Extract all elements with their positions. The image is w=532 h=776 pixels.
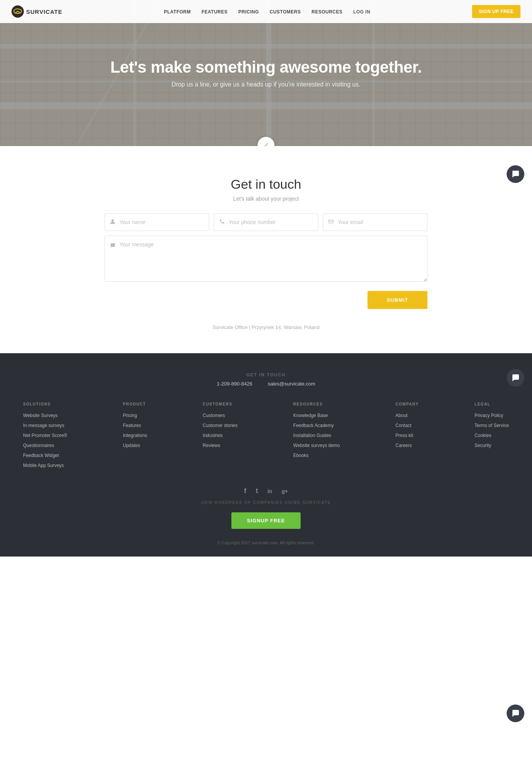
contact-form: SUBMIT	[105, 213, 427, 309]
footer-social: f t in g+	[23, 487, 509, 495]
message-input[interactable]	[105, 236, 427, 282]
list-item[interactable]: Updates	[123, 442, 147, 449]
list-item[interactable]: Industries	[203, 432, 238, 439]
footer-col-customers-links: Customers Customer stories Industries Re…	[203, 412, 238, 449]
footer-get-in-touch-label: GET IN TOUCH	[23, 372, 509, 377]
name-field-group	[105, 213, 209, 231]
list-item[interactable]: Mobile App Surveys	[23, 462, 67, 469]
nav-features[interactable]: FEATURES	[201, 8, 228, 15]
chevron-down-icon: ✓	[263, 141, 269, 146]
footer-email: sales@survicate.com	[268, 381, 315, 387]
list-item[interactable]: Ebooks	[293, 452, 340, 459]
contact-heading: Get in touch	[105, 177, 427, 192]
footer-col-legal: LEGAL Privacy Policy Terms of Service Co…	[475, 402, 509, 472]
nav-links: PLATFORM FEATURES PRICING CUSTOMERS RESO…	[164, 8, 370, 15]
footer-col-legal-heading: LEGAL	[475, 402, 509, 406]
list-item[interactable]: Reviews	[203, 442, 238, 449]
list-item[interactable]: Careers	[396, 442, 419, 449]
list-item[interactable]: Security	[475, 442, 509, 449]
list-item[interactable]: Integrations	[123, 432, 147, 439]
message-field-group	[105, 236, 427, 283]
list-item[interactable]: Feedback Academy	[293, 422, 340, 429]
list-item[interactable]: Press kit	[396, 432, 419, 439]
hero-subtitle: Drop us a line, or give us a heads up if…	[171, 81, 360, 88]
logo[interactable]: SURVICATE	[12, 5, 62, 18]
footer-col-legal-links: Privacy Policy Terms of Service Cookies …	[475, 412, 509, 449]
footer-col-customers-heading: CUSTOMERS	[203, 402, 238, 406]
office-address: Survicate Office | Przyrynek 14, Warsaw,…	[105, 324, 427, 330]
list-item[interactable]: About	[396, 412, 419, 419]
phone-icon	[219, 219, 224, 226]
chat-button-middle[interactable]	[507, 369, 524, 387]
footer-columns: SOLUTIONS Website Surveys In-message sur…	[23, 402, 509, 472]
googleplus-link[interactable]: g+	[282, 488, 288, 494]
submit-button[interactable]: SUBMIT	[367, 291, 427, 309]
footer-col-product-heading: PRODUCT	[123, 402, 147, 406]
footer-col-customers: CUSTOMERS Customers Customer stories Ind…	[203, 402, 238, 472]
facebook-link[interactable]: f	[244, 487, 246, 495]
footer-col-product-links: Pricing Features Integrations Updates	[123, 412, 147, 449]
email-field-group	[323, 213, 427, 231]
logo-label: SURVICATE	[26, 8, 62, 15]
submit-row: SUBMIT	[105, 291, 427, 309]
list-item[interactable]: Website Surveys	[23, 412, 67, 419]
nav-resources[interactable]: RESOURCES	[311, 8, 342, 15]
footer-col-resources-links: Knowledge Base Feedback Academy Installa…	[293, 412, 340, 459]
footer-col-solutions-heading: SOLUTIONS	[23, 402, 67, 406]
list-item[interactable]: Cookies	[475, 432, 509, 439]
phone-field-group	[214, 213, 318, 231]
person-icon	[110, 219, 115, 226]
chat-button-top[interactable]	[507, 165, 524, 183]
footer-copyright: © Copyright 2017 survicate.com. All righ…	[23, 540, 509, 545]
linkedin-link[interactable]: in	[268, 488, 272, 494]
list-item[interactable]: Features	[123, 422, 147, 429]
footer-signup-button[interactable]: SIGNUP FREE	[231, 512, 301, 529]
nav-customers[interactable]: CUSTOMERS	[270, 8, 301, 15]
email-input[interactable]	[323, 213, 427, 231]
footer-col-resources-heading: RESOURCES	[293, 402, 340, 406]
footer-top: GET IN TOUCH 1-209-890-8426 sales@survic…	[23, 372, 509, 387]
footer-col-product: PRODUCT Pricing Features Integrations Up…	[123, 402, 147, 472]
footer-join-label: JOIN HUNDREDS OF COMPANIES USING SURVICA…	[23, 500, 509, 505]
footer-phone: 1-209-890-8426	[217, 381, 253, 387]
name-input[interactable]	[105, 213, 209, 231]
list-item[interactable]: Questionnaires	[23, 442, 67, 449]
nav-pricing[interactable]: PRICING	[238, 8, 259, 15]
contact-section: Get in touch Let's talk about your proje…	[89, 146, 443, 353]
svg-point-3	[111, 219, 114, 222]
footer-col-resources: RESOURCES Knowledge Base Feedback Academ…	[293, 402, 340, 472]
message-icon	[110, 243, 115, 249]
list-item[interactable]: Feedback Widget	[23, 452, 67, 459]
footer-col-company-links: About Contact Press kit Careers	[396, 412, 419, 449]
twitter-link[interactable]: t	[256, 487, 258, 495]
list-item[interactable]: Privacy Policy	[475, 412, 509, 419]
footer-contact-info: 1-209-890-8426 sales@survicate.com	[23, 381, 509, 387]
list-item[interactable]: Contact	[396, 422, 419, 429]
contact-subheading: Let's talk about your project	[105, 196, 427, 202]
list-item[interactable]: Pricing	[123, 412, 147, 419]
list-item[interactable]: Terms of Service	[475, 422, 509, 429]
list-item[interactable]: Installation Guides	[293, 432, 340, 439]
logo-icon	[12, 5, 24, 18]
footer-col-company-heading: COMPANY	[396, 402, 419, 406]
phone-input[interactable]	[214, 213, 318, 231]
form-row-top	[105, 213, 427, 231]
nav-platform[interactable]: PLATFORM	[164, 8, 191, 15]
email-icon	[328, 219, 334, 226]
list-item[interactable]: Customer stories	[203, 422, 238, 429]
list-item[interactable]: Net Promoter Score®	[23, 432, 67, 439]
nav-login[interactable]: LOG IN	[353, 8, 370, 15]
navbar: SURVICATE PLATFORM FEATURES PRICING CUST…	[0, 0, 532, 23]
signup-button[interactable]: SIGN UP FREE	[472, 5, 520, 18]
footer: GET IN TOUCH 1-209-890-8426 sales@survic…	[0, 353, 532, 557]
list-item[interactable]: Website surveys demo	[293, 442, 340, 449]
list-item[interactable]: In-message surveys	[23, 422, 67, 429]
footer-col-company: COMPANY About Contact Press kit Careers	[396, 402, 419, 472]
footer-col-solutions-links: Website Surveys In-message surveys Net P…	[23, 412, 67, 469]
hero-title: Let's make something awesome together.	[110, 58, 422, 76]
list-item[interactable]: Knowledge Base	[293, 412, 340, 419]
footer-col-solutions: SOLUTIONS Website Surveys In-message sur…	[23, 402, 67, 472]
list-item[interactable]: Customers	[203, 412, 238, 419]
